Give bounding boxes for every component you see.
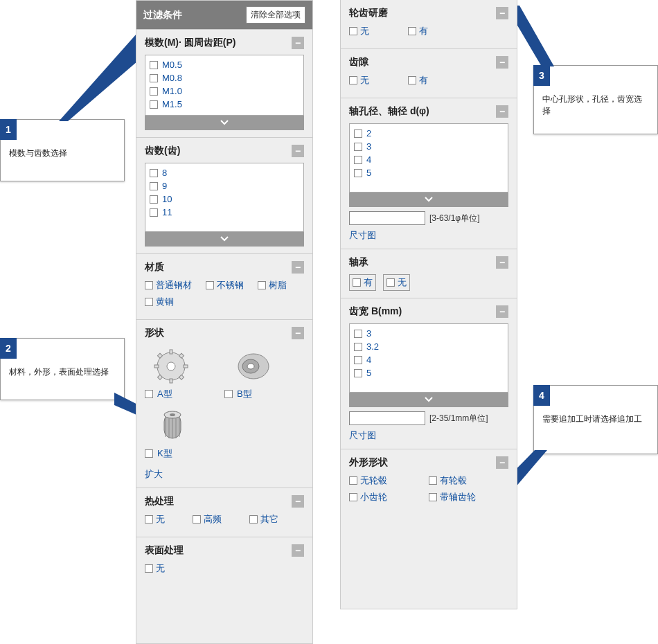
grind-option[interactable]: 无 — [349, 25, 369, 37]
heat-option[interactable]: 其它 — [249, 513, 278, 526]
checkbox-icon[interactable] — [150, 169, 158, 177]
checkbox-icon[interactable] — [349, 27, 357, 35]
checkbox-icon[interactable] — [193, 515, 201, 524]
checkbox-icon[interactable] — [249, 515, 258, 524]
checkbox-icon[interactable] — [150, 74, 158, 82]
checkbox-icon[interactable] — [349, 76, 357, 84]
dimension-link[interactable]: 尺寸图 — [349, 429, 376, 442]
checkbox-icon[interactable] — [224, 390, 233, 398]
shape-option-k[interactable]: K型 — [145, 447, 172, 460]
expand-button[interactable] — [349, 192, 508, 207]
expand-button[interactable] — [349, 392, 508, 407]
collapse-icon[interactable]: − — [292, 145, 304, 157]
checkbox-icon[interactable] — [354, 356, 362, 364]
surface-option[interactable]: 无 — [145, 562, 165, 575]
checkbox-icon[interactable] — [353, 278, 361, 287]
list-item[interactable]: 3 — [354, 327, 504, 340]
collapse-icon[interactable]: − — [292, 37, 304, 49]
outform-option[interactable]: 无轮毂 — [349, 474, 429, 487]
shape-option-b[interactable]: B型 — [224, 388, 252, 400]
heat-option[interactable]: 高频 — [193, 513, 222, 526]
width-listbox[interactable]: 3 3.2 4 5 — [349, 323, 508, 393]
checkbox-icon[interactable] — [386, 278, 395, 287]
list-item[interactable]: 9 — [150, 179, 299, 193]
checkbox-icon[interactable] — [354, 143, 362, 151]
material-option[interactable]: 黄铜 — [145, 296, 174, 308]
checkbox-icon[interactable] — [408, 76, 416, 84]
list-item[interactable]: M1.0 — [150, 84, 299, 98]
checkbox-icon[interactable] — [354, 156, 362, 164]
heat-option[interactable]: 无 — [145, 513, 165, 526]
checkbox-icon[interactable] — [354, 129, 362, 138]
bearing-option-yes[interactable]: 有 — [349, 274, 376, 291]
dimension-link[interactable]: 尺寸图 — [349, 229, 376, 242]
module-listbox[interactable]: M0.5 M0.8 M1.0 M1.5 — [145, 55, 304, 116]
list-item[interactable]: 2 — [354, 127, 504, 140]
list-item[interactable]: M0.8 — [150, 71, 299, 84]
checkbox-icon[interactable] — [429, 493, 437, 501]
checkbox-icon[interactable] — [349, 476, 357, 485]
backlash-option[interactable]: 无 — [349, 74, 369, 87]
collapse-icon[interactable]: − — [496, 456, 508, 469]
checkbox-icon[interactable] — [145, 281, 153, 289]
outform-option[interactable]: 带轴齿轮 — [429, 491, 508, 503]
collapse-icon[interactable]: − — [496, 256, 508, 269]
bearing-option-no[interactable]: 无 — [383, 274, 410, 291]
list-item[interactable]: 8 — [150, 166, 299, 179]
outform-option[interactable]: 小齿轮 — [349, 491, 429, 503]
checkbox-icon[interactable] — [150, 208, 158, 217]
checkbox-icon[interactable] — [145, 449, 153, 458]
collapse-icon[interactable]: − — [496, 305, 508, 318]
bore-input[interactable] — [349, 211, 425, 225]
outform-option[interactable]: 有轮毂 — [429, 474, 508, 487]
checkbox-icon[interactable] — [145, 515, 153, 524]
grind-option[interactable]: 有 — [408, 25, 428, 37]
checkbox-icon[interactable] — [150, 100, 158, 109]
expand-button[interactable] — [145, 231, 304, 247]
list-item[interactable]: 4 — [354, 353, 504, 366]
list-item[interactable]: 5 — [354, 366, 504, 379]
list-item[interactable]: 3.2 — [354, 340, 504, 353]
checkbox-icon[interactable] — [150, 182, 158, 190]
list-item[interactable]: 11 — [150, 206, 299, 219]
checkbox-icon[interactable] — [349, 493, 357, 501]
collapse-icon[interactable]: − — [292, 261, 304, 274]
checkbox-icon[interactable] — [354, 169, 362, 177]
list-item[interactable]: 3 — [354, 140, 504, 153]
collapse-icon[interactable]: − — [292, 327, 304, 339]
material-option[interactable]: 树脂 — [258, 279, 287, 292]
enlarge-link[interactable]: 扩大 — [145, 468, 163, 481]
clear-all-button[interactable]: 清除全部选项 — [246, 6, 305, 24]
teeth-listbox[interactable]: 8 9 10 11 — [145, 163, 304, 232]
material-option[interactable]: 不锈钢 — [206, 279, 244, 292]
checkbox-icon[interactable] — [354, 330, 362, 338]
checkbox-icon[interactable] — [150, 61, 158, 69]
shape-option-a[interactable]: A型 — [145, 388, 172, 400]
checkbox-icon[interactable] — [258, 281, 266, 289]
checkbox-icon[interactable] — [145, 390, 153, 398]
collapse-icon[interactable]: − — [496, 7, 508, 19]
checkbox-icon[interactable] — [408, 27, 416, 35]
list-item[interactable]: M1.5 — [150, 98, 299, 111]
collapse-icon[interactable]: − — [292, 495, 304, 508]
list-item[interactable]: 4 — [354, 153, 504, 166]
checkbox-icon[interactable] — [354, 343, 362, 351]
collapse-icon[interactable]: − — [292, 544, 304, 557]
checkbox-icon[interactable] — [354, 369, 362, 377]
checkbox-icon[interactable] — [150, 195, 158, 204]
checkbox-icon[interactable] — [429, 476, 437, 485]
list-item[interactable]: 5 — [354, 166, 504, 179]
checkbox-icon[interactable] — [150, 87, 158, 96]
expand-button[interactable] — [145, 115, 304, 130]
checkbox-icon[interactable] — [145, 298, 153, 306]
collapse-icon[interactable]: − — [496, 105, 508, 118]
backlash-option[interactable]: 有 — [408, 74, 428, 87]
bore-listbox[interactable]: 2 3 4 5 — [349, 123, 508, 193]
list-item[interactable]: M0.5 — [150, 58, 299, 71]
checkbox-icon[interactable] — [206, 281, 214, 289]
width-input[interactable] — [349, 411, 425, 425]
material-option[interactable]: 普通钢材 — [145, 279, 192, 292]
list-item[interactable]: 10 — [150, 193, 299, 206]
checkbox-icon[interactable] — [145, 564, 153, 573]
collapse-icon[interactable]: − — [496, 56, 508, 69]
